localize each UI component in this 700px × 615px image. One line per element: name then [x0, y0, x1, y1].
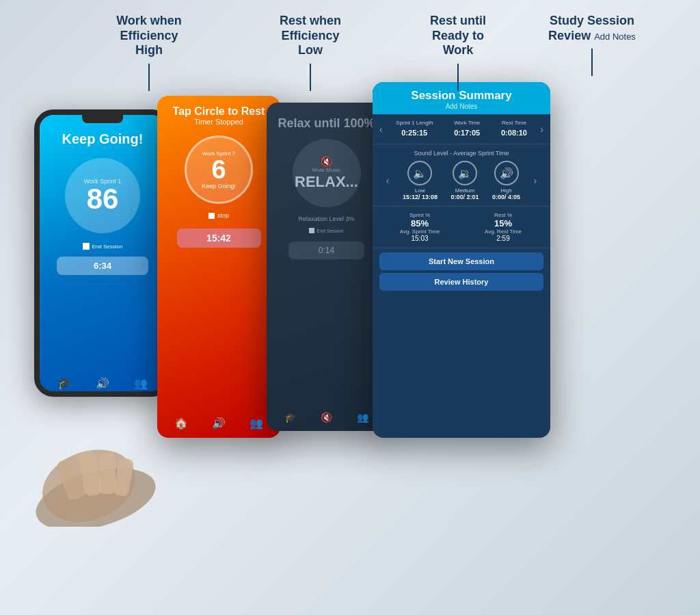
screen2-nav: 🏠 🔊 👥 — [163, 414, 275, 432]
sound-medium-time: 0:00/ 2:01 — [450, 194, 479, 200]
rest-time-label: Rest Time — [501, 120, 527, 126]
sprint-row: ‹ Sprint 1 Length 0:25:15 Work Time 0:17… — [379, 120, 543, 138]
nav-learn-icon[interactable]: 🎓 — [57, 377, 71, 390]
screen2-subtitle: Timer Stopped — [194, 118, 243, 126]
avg-sprint-value: 15:03 — [379, 235, 460, 242]
screen1-number: 86 — [87, 185, 119, 213]
review-history-button[interactable]: Review History — [379, 273, 543, 291]
relax-level: Relaxation Level 3% — [298, 215, 354, 222]
nav3-sound-icon[interactable]: 🔇 — [321, 412, 332, 423]
screen2-stop-label: stop — [217, 212, 229, 219]
screen1-title: Keep Going! — [62, 131, 144, 147]
sprint-pct-label: Sprint % — [379, 212, 460, 218]
connector-3 — [457, 64, 459, 91]
screen2-stop-row[interactable]: stop — [208, 212, 229, 219]
nav2-group-icon[interactable]: 👥 — [250, 417, 263, 430]
sound-high-item: 🔊 High 0:00/ 4:05 — [492, 161, 520, 200]
sound-high-time: 0:00/ 4:05 — [492, 194, 520, 200]
header-2: Rest whenEfficiencyLow — [256, 14, 365, 91]
sound-low-label: Low — [403, 187, 438, 194]
screen3-end-label: End Session — [317, 228, 343, 233]
sound-section-label: Sound Level - Average Sprint Time — [379, 150, 543, 157]
screen2-timer: 15:42 — [177, 228, 261, 248]
sprint1-col: Sprint 1 Length 0:25:15 — [396, 120, 433, 138]
header-4: Study SessionReview Add Notes — [537, 14, 647, 76]
sound-low-icon[interactable]: 🔈 — [407, 161, 432, 185]
nav3-group-icon[interactable]: 👥 — [357, 412, 368, 423]
stop-icon — [83, 243, 90, 250]
phone-notch — [82, 115, 123, 123]
screen3-nav: 🎓 🔇 👥 — [272, 409, 381, 426]
header-3: Rest untilReady toWork — [403, 14, 513, 91]
stats-section: Sprint % 85% Avg. Sprint Time 15:03 Rest… — [373, 207, 550, 248]
sprint-summary-section: ‹ Sprint 1 Length 0:25:15 Work Time 0:17… — [373, 114, 550, 144]
sound-high-icon[interactable]: 🔊 — [494, 161, 519, 185]
screen1-end-row[interactable]: End Session — [83, 243, 123, 250]
new-session-button[interactable]: Start New Session — [379, 252, 543, 270]
add-notes-link[interactable]: Add Notes — [378, 103, 545, 110]
screen1-end-label: End Session — [92, 244, 123, 250]
sound-chevron-right[interactable]: › — [534, 175, 537, 186]
header-4-sub: Add Notes — [594, 31, 636, 42]
screen1-time: 6:34 — [57, 257, 148, 275]
chevron-right-icon[interactable]: › — [540, 124, 543, 135]
rest-pct-label: Rest % — [463, 212, 543, 218]
sound-medium-item: 🔉 Medium 0:00/ 2:01 — [450, 161, 479, 200]
screen2: Tap Circle to Rest Timer Stopped Work Sp… — [157, 96, 280, 438]
avg-sprint-label: Avg. Sprint Time — [379, 228, 460, 235]
nav-sound-icon[interactable]: 🔊 — [96, 377, 109, 390]
work-time-value: 0:17:05 — [454, 129, 480, 137]
stop-square-icon — [208, 213, 215, 219]
session-summary-title: Session Summary — [378, 89, 545, 103]
sound-section: Sound Level - Average Sprint Time ‹ 🔈 Lo… — [373, 144, 550, 207]
nav2-sound-icon[interactable]: 🔊 — [212, 417, 226, 430]
chevron-left-icon[interactable]: ‹ — [379, 124, 383, 135]
screen1: Keep Going! Work Sprint 1 86 End Session… — [40, 123, 165, 397]
connector-2 — [310, 64, 311, 91]
rest-time-col: Rest Time 0:08:10 — [501, 120, 527, 138]
nav2-home-icon[interactable]: 🏠 — [174, 417, 188, 430]
work-time-col: Work Time 0:17:05 — [454, 120, 480, 138]
sound-low-item: 🔈 Low 15:12/ 13:08 — [403, 161, 438, 200]
avg-rest-value: 2:59 — [463, 235, 543, 242]
screen2-number: 6 — [211, 157, 226, 183]
screen1-sprint-label: Work Sprint 1 — [84, 178, 121, 185]
mute-label: Mute Music — [312, 167, 340, 173]
sound-medium-icon[interactable]: 🔉 — [453, 161, 477, 185]
screen3-timer: 0:14 — [288, 241, 364, 259]
sprint1-value: 0:25:15 — [401, 129, 427, 137]
header-1-text: Work whenEfficiencyHigh — [116, 14, 182, 57]
header-labels: Work whenEfficiencyHigh Rest whenEfficie… — [0, 0, 700, 91]
screens-container: Keep Going! Work Sprint 1 86 End Session… — [21, 109, 700, 615]
sound-chevron-left[interactable]: ‹ — [386, 175, 390, 186]
screen1-nav: 🎓 🔊 👥 — [45, 373, 160, 394]
screen2-circle[interactable]: Work Sprint 7 6 Keep Going! — [185, 135, 253, 204]
rest-pct-stat: Rest % 15% Avg. Rest Time 2:59 — [463, 212, 543, 242]
header-2-text: Rest whenEfficiencyLow — [280, 14, 341, 57]
hand-illustration — [21, 404, 171, 527]
sprint-pct-stat: Sprint % 85% Avg. Sprint Time 15:03 — [379, 212, 460, 242]
rest-time-value: 0:08:10 — [501, 129, 527, 137]
end-sq-icon — [309, 228, 314, 233]
connector-1 — [148, 64, 150, 91]
screen2-keep-going: Keep Going! — [202, 183, 236, 189]
sound-high-label: High — [492, 187, 520, 194]
svg-rect-4 — [99, 453, 116, 494]
action-buttons: Start New Session Review History — [373, 248, 550, 295]
screen3: Relax until 100% 🔇 Mute Music RELAX... R… — [267, 103, 386, 431]
screen1-circle[interactable]: Work Sprint 1 86 — [65, 158, 140, 233]
avg-rest-label: Avg. Rest Time — [463, 228, 543, 235]
nav-group-icon[interactable]: 👥 — [134, 377, 148, 390]
sound-icons-row: ‹ 🔈 Low 15:12/ 13:08 🔉 Medium 0:00/ 2:01… — [379, 161, 543, 200]
sprint-cols: Sprint 1 Length 0:25:15 Work Time 0:17:0… — [386, 120, 538, 138]
screen4: Session Summary Add Notes ‹ Sprint 1 Len… — [373, 82, 550, 438]
stats-grid: Sprint % 85% Avg. Sprint Time 15:03 Rest… — [379, 212, 543, 242]
screen3-end-row[interactable]: End Session — [309, 228, 343, 233]
work-time-label: Work Time — [454, 120, 480, 126]
header-3-text: Rest untilReady toWork — [430, 14, 486, 57]
screen2-title: Tap Circle to Rest — [173, 105, 265, 118]
sprint-pct-value: 85% — [379, 218, 460, 228]
mute-icon: 🔇 — [321, 156, 332, 167]
nav3-learn-icon[interactable]: 🎓 — [284, 412, 296, 423]
screen3-circle[interactable]: 🔇 Mute Music RELAX... — [293, 139, 361, 207]
